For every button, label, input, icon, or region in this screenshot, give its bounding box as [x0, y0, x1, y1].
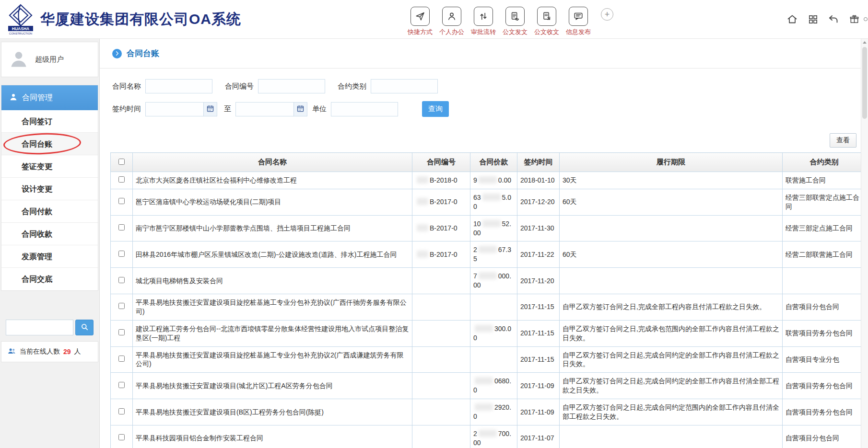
cell-category: 自营项目劳务分包合同 — [783, 373, 866, 399]
breadcrumb: 合同台账 — [100, 39, 868, 69]
cell-sign-date: 2017-11-20 — [517, 268, 560, 294]
sidebar-item-1[interactable]: 合同台账 — [1, 133, 98, 155]
doc-receive-icon — [537, 7, 556, 26]
cell-contract-code: B-2017-0 — [412, 215, 470, 241]
contract-category-input[interactable] — [371, 79, 438, 93]
toolbar-item[interactable]: 公文发文 — [499, 7, 531, 36]
cell-category: 经营三部定点施工合同 — [783, 215, 866, 241]
apps-grid-icon[interactable] — [807, 13, 819, 25]
cell-contract-name: 平果县易地扶贫搬迁安置建设项目(B区)工程劳务分包合同(陈挺) — [133, 399, 412, 425]
scroll-thumb[interactable] — [862, 47, 867, 119]
user-avatar-icon — [8, 48, 29, 71]
row-checkbox[interactable] — [118, 329, 125, 335]
sidebar-item-5[interactable]: 合同收款 — [1, 223, 98, 245]
cell-sign-date: 2017-11-22 — [517, 241, 560, 268]
contract-code-input[interactable] — [258, 79, 325, 93]
cell-duration: 自甲乙双方签订合同之日起,完成合同约定范围内的全部工作内容且付清全部工程款之日失… — [560, 399, 783, 425]
sidebar-item-4[interactable]: 合同付款 — [1, 200, 98, 223]
row-checkbox[interactable] — [118, 198, 125, 204]
table-row: 平果县易地扶贫搬迁安置建设项目旋挖桩基施工专业分包补充协议(广西仟驰劳务服务有限… — [111, 294, 866, 321]
cell-contract-price: 2920.0 — [470, 399, 517, 425]
sidebar-search-input[interactable] — [6, 320, 73, 335]
unit-input[interactable] — [331, 102, 398, 116]
cell-duration: 自甲乙双方签订合同之日,完成承包范围内的全部工作内容且付清工程款之日失效。 — [560, 320, 783, 346]
toolbar-item[interactable]: 信息发布 — [563, 7, 594, 36]
sign-date-from-input[interactable] — [145, 102, 204, 116]
select-all-checkbox[interactable] — [118, 159, 125, 165]
toolbar-item[interactable]: 公文收文 — [531, 7, 563, 36]
app-header: HUASHA CONSTRUCTION 华厦建设集团有限公司OA系统 快捷方式 … — [0, 0, 868, 39]
cell-contract-price: 2700.00 — [470, 425, 517, 448]
sidebar-item-0[interactable]: 合同签订 — [1, 110, 98, 133]
row-checkbox[interactable] — [118, 176, 125, 183]
home-icon[interactable] — [786, 13, 798, 25]
cell-category — [783, 268, 866, 294]
row-checkbox[interactable] — [118, 303, 125, 309]
calendar-from-button[interactable] — [204, 102, 217, 116]
cell-contract-code — [412, 373, 470, 399]
main-content: 合同台账 合同名称 合同编号 合约类别 签约时间 — [100, 39, 868, 448]
sidebar-section-contract-management[interactable]: 合同管理 — [1, 85, 98, 110]
cell-category: 联营项目劳务分包合同 — [783, 320, 866, 346]
back-arrow-icon[interactable] — [827, 13, 840, 25]
col-header-price: 合同价款 — [470, 153, 517, 172]
header-toolbar: 快捷方式 个人办公 审批流转 公文发文 公文收文 信息发布 — [404, 2, 594, 36]
col-header-date: 签约时间 — [517, 153, 560, 172]
cell-contract-name: 平果县易地扶贫搬迁安置建设项目(城北片区)工程A区劳务分包合同 — [133, 373, 412, 399]
cell-sign-date: 2017-11-07 — [517, 425, 560, 448]
row-checkbox[interactable] — [118, 356, 125, 362]
calendar-to-button[interactable] — [294, 102, 307, 116]
sidebar-item-2[interactable]: 签证变更 — [1, 155, 98, 178]
toolbar-item[interactable]: 个人办公 — [436, 7, 468, 36]
logo-line2: CONSTRUCTION — [9, 32, 32, 35]
add-shortcut-button[interactable]: + — [601, 8, 613, 21]
table-row: 邕宁区蒲庙镇中心学校运动场硬化项目(二期)项目 B-2017-0 635.00 … — [111, 189, 866, 215]
sidebar-search-button[interactable] — [75, 320, 94, 335]
contract-code-label: 合同编号 — [225, 82, 254, 91]
cell-sign-date: 2017-11-09 — [517, 373, 560, 399]
cell-sign-date: 2017-11-09 — [517, 399, 560, 425]
person-icon — [442, 7, 461, 26]
users-icon — [7, 346, 16, 357]
partial-icon[interactable] — [863, 13, 868, 25]
query-button[interactable]: 查询 — [422, 101, 449, 117]
cell-contract-name: 田林县2016年城市棚户区乐里镇城区改造(二期)-公建设施改造(道路、排水)工程… — [133, 241, 412, 268]
calendar-icon — [206, 104, 214, 114]
row-checkbox[interactable] — [118, 224, 125, 230]
sign-date-to-input[interactable] — [235, 102, 294, 116]
cell-contract-name: 北京市大兴区庞各庄镇社区社会福利中心维修改造工程 — [133, 172, 412, 189]
scroll-up-button[interactable] — [861, 39, 868, 46]
row-checkbox[interactable] — [118, 277, 125, 283]
toolbar-item[interactable]: 审批流转 — [468, 7, 499, 36]
row-checkbox[interactable] — [118, 434, 125, 440]
logo-line1: HUASHA — [12, 26, 29, 31]
view-button[interactable]: 查看 — [830, 133, 856, 148]
vertical-scrollbar[interactable] — [861, 39, 868, 448]
cell-contract-code: B-2018-0 — [412, 172, 470, 189]
contracts-table: 合同名称 合同编号 合同价款 签约时间 履行期限 合约类别 北京市大兴区庞各庄镇… — [110, 152, 866, 448]
sidebar: 超级用户 合同管理 合同签订 合同台账 签证变更 设计变更 合同付款 — [0, 39, 100, 448]
contract-name-input[interactable] — [145, 79, 212, 93]
user-panel: 超级用户 — [1, 42, 98, 77]
sidebar-item-7[interactable]: 合同交底 — [1, 268, 98, 290]
cell-contract-code: B-2017-0 — [412, 189, 470, 215]
table-row: 田林县2016年城市棚户区乐里镇城区改造(二期)-公建设施改造(道路、排水)工程… — [111, 241, 866, 268]
cell-category: 自营项目劳务分包合同 — [783, 399, 866, 425]
row-checkbox[interactable] — [118, 251, 125, 257]
cell-contract-code — [412, 399, 470, 425]
table-row: 平果县科技园项目铝合金制作安装工程合同 2700.00 2017-11-07 自… — [111, 425, 866, 448]
cell-contract-price: 300.00 — [470, 320, 517, 346]
sidebar-item-6[interactable]: 发票管理 — [1, 245, 98, 268]
cell-category: 经营二部联营施工合同 — [783, 241, 866, 268]
doc-send-icon — [505, 7, 525, 26]
row-checkbox[interactable] — [118, 408, 125, 414]
gift-icon[interactable] — [848, 13, 860, 25]
toolbar-item[interactable]: 快捷方式 — [404, 7, 436, 36]
row-checkbox[interactable] — [118, 382, 125, 388]
table-row: 平果县易地扶贫搬迁安置建设项目(B区)工程劳务分包合同(陈挺) 2920.0 2… — [111, 399, 866, 425]
search-icon — [80, 322, 89, 333]
sidebar-item-3[interactable]: 设计变更 — [1, 178, 98, 200]
cell-contract-name: 平果县易地扶贫搬迁安置建设项目旋挖桩基施工专业分包补充协议2(广西成谦建筑劳务有… — [133, 346, 412, 373]
cell-contract-code — [412, 268, 470, 294]
cell-category: 自营项目分包合同 — [783, 425, 866, 448]
